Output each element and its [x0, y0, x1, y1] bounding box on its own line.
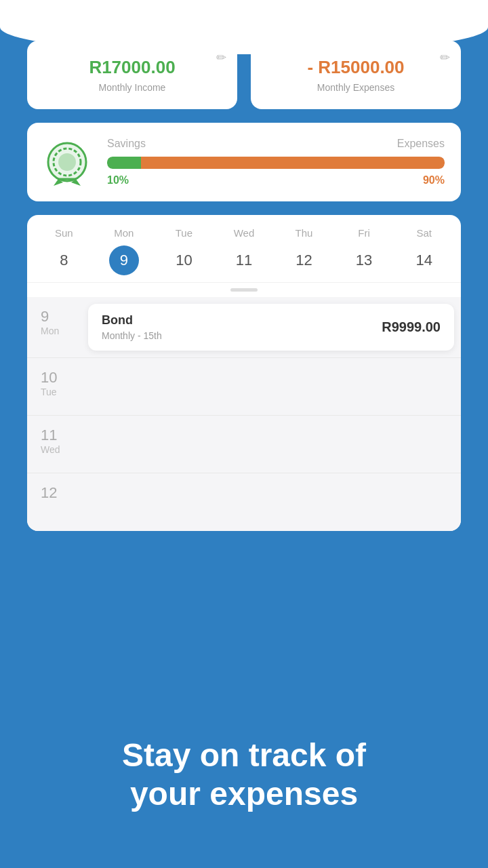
- scroll-indicator: [27, 283, 461, 297]
- cal-day-number[interactable]: 8: [49, 245, 79, 275]
- scroll-dot: [230, 288, 258, 292]
- tagline: Stay on track ofyour expenses: [0, 736, 488, 814]
- expense-amount: - R15000.00: [307, 57, 404, 78]
- cal-day-number[interactable]: 13: [349, 245, 379, 275]
- calendar-row: 12: [27, 473, 461, 531]
- cal-day-name: Sat: [416, 227, 432, 239]
- savings-details: Savings Expenses 10% 90%: [107, 138, 445, 186]
- event-recurrence: Monthly - 15th: [102, 330, 162, 341]
- cal-day-name: Sun: [55, 227, 73, 239]
- calendar-week-header: Sun8Mon9Tue10Wed11Thu12Fri13Sat14: [27, 215, 461, 283]
- row-day-number: 11: [41, 427, 57, 444]
- savings-percent: 10%: [107, 174, 129, 186]
- event-name: Bond: [102, 313, 162, 328]
- row-date: 12: [27, 473, 88, 531]
- expenses-progress: [141, 157, 445, 169]
- calendar-row: 11Wed: [27, 416, 461, 473]
- cal-day-number[interactable]: 10: [169, 245, 199, 275]
- expenses-percent: 90%: [423, 174, 445, 186]
- savings-card: Savings Expenses 10% 90%: [27, 123, 461, 201]
- expense-label: Monthly Expenses: [317, 82, 394, 93]
- income-amount: R17000.00: [89, 57, 175, 78]
- calendar-row: 10Tue: [27, 358, 461, 416]
- calendar-day-col[interactable]: Thu12: [279, 227, 330, 275]
- calendar-row: 9MonBondMonthly - 15thR9999.00: [27, 297, 461, 358]
- income-label: Monthly Income: [99, 82, 166, 93]
- cal-day-number[interactable]: 11: [229, 245, 259, 275]
- cal-day-name: Fri: [358, 227, 370, 239]
- calendar-day-col[interactable]: Fri13: [338, 227, 390, 275]
- row-day-name: Mon: [41, 326, 59, 336]
- row-events: [88, 473, 461, 531]
- row-events: [88, 416, 461, 473]
- row-day-number: 9: [41, 308, 49, 326]
- calendar-card: Sun8Mon9Tue10Wed11Thu12Fri13Sat14 9MonBo…: [27, 215, 461, 531]
- calendar-day-col[interactable]: Sun8: [38, 227, 89, 275]
- row-date: 9Mon: [27, 297, 88, 357]
- savings-progress: [107, 157, 141, 169]
- row-date: 11Wed: [27, 416, 88, 473]
- summary-cards: ✏ R17000.00 Monthly Income ✏ - R15000.00…: [27, 41, 461, 109]
- income-edit-icon[interactable]: ✏: [216, 50, 226, 65]
- row-date: 10Tue: [27, 358, 88, 415]
- calendar-day-col[interactable]: Wed11: [218, 227, 270, 275]
- savings-title: Savings: [107, 138, 146, 150]
- cal-day-name: Wed: [234, 227, 255, 239]
- event-details: BondMonthly - 15th: [102, 313, 162, 341]
- calendar-day-col[interactable]: Tue10: [158, 227, 209, 275]
- cal-day-name: Thu: [296, 227, 313, 239]
- row-day-name: Tue: [41, 387, 57, 397]
- row-events: [88, 358, 461, 415]
- calendar-body: 9MonBondMonthly - 15thR9999.0010Tue11Wed…: [27, 297, 461, 531]
- calendar-day-col[interactable]: Mon9: [98, 227, 150, 275]
- event-card[interactable]: BondMonthly - 15thR9999.00: [88, 304, 454, 351]
- medal-icon: [43, 138, 91, 186]
- cal-day-name: Tue: [176, 227, 192, 239]
- expense-card[interactable]: ✏ - R15000.00 Monthly Expenses: [251, 41, 461, 109]
- row-events: BondMonthly - 15thR9999.00: [88, 297, 461, 357]
- calendar-day-col[interactable]: Sat14: [399, 227, 450, 275]
- expenses-title: Expenses: [397, 138, 445, 150]
- row-day-number: 10: [41, 369, 57, 387]
- cal-day-number[interactable]: 12: [289, 245, 319, 275]
- cal-day-number[interactable]: 9: [109, 245, 139, 275]
- progress-bar: [107, 157, 445, 169]
- cal-day-number[interactable]: 14: [409, 245, 439, 275]
- expense-edit-icon[interactable]: ✏: [440, 50, 450, 65]
- svg-point-2: [58, 153, 76, 171]
- row-day-name: Wed: [41, 444, 60, 455]
- row-day-number: 12: [41, 484, 57, 502]
- income-card[interactable]: ✏ R17000.00 Monthly Income: [27, 41, 237, 109]
- event-amount: R9999.00: [382, 319, 441, 335]
- cal-day-name: Mon: [114, 227, 134, 239]
- tagline-text: Stay on track ofyour expenses: [0, 736, 488, 814]
